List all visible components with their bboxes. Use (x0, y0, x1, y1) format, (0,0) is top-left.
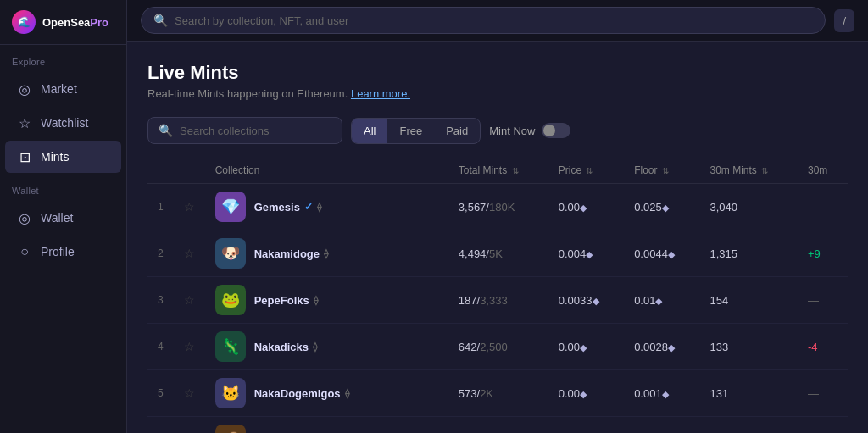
collection-image: 🐶 (215, 238, 246, 269)
30m-change-cell: +48 (798, 417, 848, 434)
star-cell[interactable]: ☆ (174, 417, 205, 434)
col-header-floor[interactable]: Floor ⇅ (624, 158, 699, 184)
collection-name: Nakamidoge ⟠ (254, 247, 328, 260)
sidebar-item-watchlist[interactable]: ☆ Watchlist (5, 107, 121, 139)
30m-mints-cell: 100 (700, 417, 798, 434)
watchlist-icon: ☆ (17, 115, 32, 130)
sidebar-item-profile[interactable]: ○ Profile (5, 236, 121, 268)
col-header-price[interactable]: Price ⇅ (548, 158, 624, 184)
floor-cell: 0.001◆ (624, 370, 699, 417)
sidebar: 🌊 OpenSeaPro Explore ◎ Market ☆ Watchlis… (0, 0, 127, 433)
30m-change-cell: -4 (798, 324, 848, 370)
search-input-icon: 🔍 (159, 124, 173, 137)
topbar: 🔍 Search by collection, NFT, and user / (127, 0, 868, 42)
total-mints-cell: 248/2K (448, 417, 548, 434)
learn-more-link[interactable]: Learn more. (351, 87, 410, 100)
total-mints-cell: 4,494/5K (448, 230, 548, 277)
collection-image: 💎 (215, 192, 246, 222)
collections-table: Collection Total Mints ⇅ Price ⇅ Floor (147, 158, 848, 433)
collection-image: 🐱 (215, 378, 246, 408)
mint-now-toggle-wrap: Mint Now (489, 123, 570, 138)
main-content: 🔍 Search by collection, NFT, and user / … (127, 0, 868, 433)
page-title: Live Mints (147, 62, 848, 84)
30m-change-cell: — (798, 370, 848, 417)
total-mints-cell: 573/2K (448, 370, 548, 417)
price-cell: 0.0033◆ (548, 277, 624, 324)
collection-cell: 🐱 NakaDogemigos ⟠ (205, 370, 448, 417)
topbar-search-placeholder: Search by collection, NFT, and user (175, 14, 348, 27)
page-content: Live Mints Real-time Mints happening on … (127, 42, 868, 433)
search-input[interactable] (180, 125, 331, 137)
sidebar-item-label: Mints (41, 150, 69, 164)
col-header-rank (147, 158, 174, 184)
30m-mints-cell: 3,040 (700, 184, 798, 230)
col-header-30m-change: 30m (798, 158, 848, 184)
sort-arrow-30m: ⇅ (761, 166, 768, 175)
col-header-collection: Collection (205, 158, 448, 184)
market-icon: ◎ (17, 81, 32, 97)
topbar-search[interactable]: 🔍 Search by collection, NFT, and user (141, 7, 826, 34)
price-cell: 0.00◆ (548, 324, 624, 370)
rank-cell: 2 (147, 230, 174, 277)
collection-cell: 🐶 Nakamidoge ⟠ (205, 230, 448, 277)
collection-name: PepeFolks ⟠ (254, 294, 318, 307)
logo[interactable]: 🌊 OpenSeaPro (0, 0, 126, 45)
table-row: 6 ☆ 🥔 Medium Rare Potato ⟠ 248/2K 0.00◆ … (147, 417, 848, 434)
rank-cell: 5 (147, 370, 174, 417)
star-cell[interactable]: ☆ (174, 230, 205, 277)
wallet-icon: ◎ (17, 210, 32, 225)
30m-mints-cell: 131 (700, 370, 798, 417)
filter-free-button[interactable]: Free (387, 119, 434, 143)
sort-arrow-price: ⇅ (586, 166, 593, 175)
rank-cell: 4 (147, 324, 174, 370)
total-mints-cell: 642/2,500 (448, 324, 548, 370)
filter-paid-button[interactable]: Paid (434, 119, 480, 143)
mint-now-label: Mint Now (489, 125, 535, 137)
table-body: 1 ☆ 💎 Gemesis ✓ ⟠ 3,567/180K 0.00◆ 0.025… (147, 184, 848, 434)
price-cell: 0.00◆ (548, 184, 624, 230)
collection-cell: 🦎 Nakadicks ⟠ (205, 324, 448, 370)
filter-all-button[interactable]: All (352, 119, 387, 143)
rank-cell: 1 (147, 184, 174, 230)
col-header-30m-mints[interactable]: 30m Mints ⇅ (700, 158, 798, 184)
wallet-section-label: Wallet (0, 174, 126, 201)
table-row: 3 ☆ 🐸 PepeFolks ⟠ 187/3,333 0.0033◆ 0.01… (147, 277, 848, 324)
topbar-kbd-button[interactable]: / (834, 9, 854, 32)
rank-cell: 6 (147, 417, 174, 434)
sort-arrow-floor: ⇅ (662, 166, 669, 175)
collection-image: 🐸 (215, 285, 246, 315)
collection-image: 🥔 (215, 425, 246, 433)
sidebar-item-label: Market (41, 82, 77, 96)
star-cell[interactable]: ☆ (174, 277, 205, 324)
table-row: 5 ☆ 🐱 NakaDogemigos ⟠ 573/2K 0.00◆ 0.001… (147, 370, 848, 417)
star-cell[interactable]: ☆ (174, 324, 205, 370)
search-icon: 🔍 (153, 14, 168, 27)
sidebar-item-wallet[interactable]: ◎ Wallet (5, 202, 121, 234)
sidebar-item-mints[interactable]: ⊡ Mints (5, 141, 121, 173)
collection-image: 🦎 (215, 331, 246, 362)
collection-cell: 🐸 PepeFolks ⟠ (205, 277, 448, 324)
sidebar-item-label: Profile (41, 245, 75, 258)
mints-icon: ⊡ (17, 149, 32, 164)
sort-arrow-total-mints: ⇅ (512, 166, 519, 175)
mint-now-toggle[interactable] (542, 123, 570, 138)
floor-cell: 0.025◆ (624, 184, 699, 230)
collection-name: Gemesis ✓ ⟠ (254, 201, 321, 214)
table-row: 2 ☆ 🐶 Nakamidoge ⟠ 4,494/5K 0.004◆ 0.004… (147, 230, 848, 277)
star-cell[interactable]: ☆ (174, 370, 205, 417)
sidebar-item-market[interactable]: ◎ Market (5, 73, 121, 105)
star-cell[interactable]: ☆ (174, 184, 205, 230)
floor-cell: 0.018◆ (624, 417, 699, 434)
col-header-total-mints[interactable]: Total Mints ⇅ (448, 158, 548, 184)
floor-cell: 0.01◆ (624, 277, 699, 324)
30m-mints-cell: 1,315 (700, 230, 798, 277)
collection-search[interactable]: 🔍 (147, 117, 342, 144)
30m-change-cell: — (798, 184, 848, 230)
floor-cell: 0.0044◆ (624, 230, 699, 277)
price-cell: 0.00◆ (548, 417, 624, 434)
price-cell: 0.00◆ (548, 370, 624, 417)
page-subtitle: Real-time Mints happening on Ethereum. L… (147, 87, 848, 100)
logo-icon: 🌊 (12, 10, 36, 34)
logo-text: OpenSeaPro (42, 16, 108, 29)
total-mints-cell: 3,567/180K (448, 184, 548, 230)
